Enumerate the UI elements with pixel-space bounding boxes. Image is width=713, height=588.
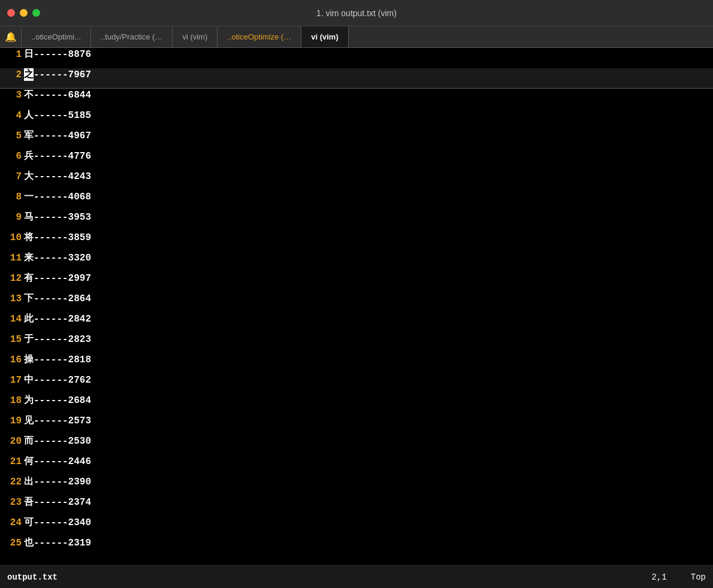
line-content: 兵------4776 (24, 150, 91, 162)
line-number: 15 (2, 334, 22, 345)
line-number: 19 (2, 416, 22, 426)
line-content: 人------5185 (24, 109, 91, 122)
table-row: 7大------4243 (0, 170, 713, 190)
window-title: 1. vim output.txt (vim) (316, 8, 397, 18)
table-row: 13下------2864 (0, 292, 713, 313)
table-row: 17中------2762 (0, 374, 713, 394)
line-number: 23 (2, 497, 22, 508)
table-row: 20而------2530 (0, 435, 713, 455)
line-number: 14 (2, 314, 22, 325)
line-content: 日------8876 (24, 48, 91, 60)
minimize-button[interactable] (20, 9, 28, 17)
table-row: 24可------2340 (0, 516, 713, 537)
line-content: 操------2818 (24, 353, 91, 366)
line-number: 13 (2, 293, 22, 304)
line-content: 大------4243 (24, 170, 91, 183)
line-content: 可------2340 (24, 516, 91, 529)
table-row: 25也------2319 (0, 537, 713, 557)
line-number: 6 (2, 151, 22, 162)
line-number: 22 (2, 477, 22, 487)
table-row: 6兵------4776 (0, 150, 713, 170)
table-row: 3不------6844 (0, 89, 713, 109)
line-content: 一------4068 (24, 190, 91, 203)
line-content: 此------2842 (24, 313, 91, 325)
table-row: 14此------2842 (0, 313, 713, 333)
maximize-button[interactable] (32, 9, 40, 17)
tab-2[interactable]: ..tudy/Practice (… (91, 26, 173, 47)
line-content: 吾------2374 (24, 496, 91, 508)
line-number: 2 (2, 69, 22, 80)
line-number: 10 (2, 232, 22, 243)
status-position: 2,1 (652, 572, 667, 582)
line-content: 而------2530 (24, 435, 91, 447)
tab-1[interactable]: ..oticeOptimi... (22, 26, 91, 47)
line-number: 11 (2, 253, 22, 263)
line-number: 21 (2, 456, 22, 467)
tab-3[interactable]: vi (vim) (173, 26, 217, 47)
line-number: 20 (2, 436, 22, 447)
line-content: 不------6844 (24, 89, 91, 101)
line-content: 何------2446 (24, 455, 91, 468)
line-number: 8 (2, 192, 22, 202)
line-content: 马------3953 (24, 211, 91, 223)
line-content: 有------2997 (24, 272, 91, 284)
line-content: 也------2319 (24, 537, 91, 549)
vim-editor[interactable]: 1日------88762之------79673不------68444人--… (0, 48, 713, 565)
close-button[interactable] (7, 9, 15, 17)
table-row: 11来------3320 (0, 251, 713, 272)
table-row: 21何------2446 (0, 455, 713, 475)
tab-bar: 🔔 ..oticeOptimi... ..tudy/Practice (… vi… (0, 26, 713, 48)
line-number: 25 (2, 538, 22, 548)
table-row: 9马------3953 (0, 211, 713, 231)
line-number: 18 (2, 395, 22, 406)
table-row: 18为------2684 (0, 394, 713, 414)
line-number: 17 (2, 375, 22, 386)
line-number: 1 (2, 49, 22, 60)
line-content: 出------2390 (24, 475, 91, 488)
table-row: 23吾------2374 (0, 496, 713, 516)
tab-4[interactable]: ..oticeOptimize (… (217, 26, 301, 47)
line-content: 来------3320 (24, 251, 91, 264)
table-row: 16操------2818 (0, 353, 713, 374)
line-number: 4 (2, 110, 22, 121)
line-content: 为------2684 (24, 394, 91, 407)
line-content: 下------2864 (24, 292, 91, 305)
table-row: 5军------4967 (0, 129, 713, 150)
status-scroll: Top (691, 572, 706, 582)
status-filename: output.txt (7, 572, 652, 582)
line-number: 3 (2, 90, 22, 101)
table-row: 8一------4068 (0, 190, 713, 211)
table-row: 19见------2573 (0, 414, 713, 435)
line-number: 24 (2, 517, 22, 528)
traffic-lights (7, 9, 40, 17)
table-row: 2之------7967 (0, 68, 713, 89)
line-number: 16 (2, 354, 22, 365)
table-row: 1日------8876 (0, 48, 713, 68)
line-content: 中------2762 (24, 374, 91, 386)
tab-5[interactable]: vi (vim) (301, 26, 349, 47)
line-content: 之------7967 (24, 68, 91, 81)
line-number: 9 (2, 212, 22, 223)
table-row: 4人------5185 (0, 109, 713, 129)
line-content: 见------2573 (24, 414, 91, 427)
title-bar: 1. vim output.txt (vim) (0, 0, 713, 26)
table-row: 15于------2823 (0, 333, 713, 353)
table-row: 12有------2997 (0, 272, 713, 292)
line-number: 7 (2, 171, 22, 182)
line-content: 于------2823 (24, 333, 91, 345)
status-bar: output.txt 2,1 Top (0, 565, 713, 588)
line-number: 12 (2, 273, 22, 284)
table-row: 10将------3859 (0, 231, 713, 251)
line-content: 军------4967 (24, 129, 91, 142)
line-number: 5 (2, 131, 22, 141)
bell-icon[interactable]: 🔔 (0, 26, 22, 47)
table-row: 22出------2390 (0, 475, 713, 496)
line-content: 将------3859 (24, 231, 91, 244)
